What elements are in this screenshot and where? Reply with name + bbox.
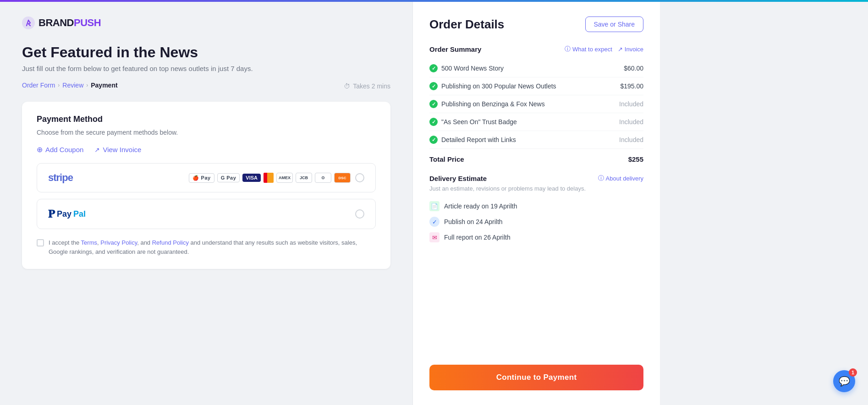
- about-delivery-link[interactable]: ⓘ About delivery: [598, 174, 643, 182]
- view-invoice-label: View Invoice: [103, 146, 141, 153]
- delivery-item-1: ✓ Publish on 24 Aprilth: [429, 214, 643, 230]
- order-summary: Order Summary ⓘ What to expect ↗ Invoice: [429, 45, 643, 172]
- total-row: Total Price $255: [429, 149, 643, 172]
- payment-method-title: Payment Method: [37, 115, 376, 124]
- logo-icon: [22, 16, 35, 29]
- google-pay-icon: G Pay: [217, 173, 240, 182]
- order-item-3: "As Seen On" Trust Badge Included: [429, 113, 643, 131]
- terms-row: I accept the Terms, Privacy Policy, and …: [37, 238, 376, 256]
- question-circle-icon: ⓘ: [565, 45, 571, 53]
- check-icon-2: [429, 100, 438, 108]
- visa-icon: VISA: [242, 174, 261, 182]
- breadcrumb-row: Order Form › Review › Payment ⏱ Takes 2 …: [22, 82, 390, 91]
- breadcrumb: Order Form › Review › Payment: [22, 82, 118, 89]
- takes-time: ⏱ Takes 2 mins: [344, 82, 390, 90]
- diners-icon: ⊙: [315, 173, 331, 183]
- breadcrumb-sep-1: ›: [58, 82, 60, 88]
- terms-text: I accept the Terms, Privacy Policy, and …: [49, 238, 376, 256]
- privacy-policy-link[interactable]: Privacy Policy: [100, 239, 137, 246]
- discover-icon: DSC: [334, 173, 351, 183]
- order-summary-title: Order Summary: [429, 45, 481, 53]
- chat-icon: 💬: [839, 376, 850, 387]
- terms-checkbox[interactable]: [37, 239, 44, 246]
- delivery-item-0: 📄 Article ready on 19 Aprilth: [429, 198, 643, 214]
- paypal-logo: 𝐏 PayPal: [48, 208, 86, 220]
- save-share-button[interactable]: Save or Share: [585, 16, 644, 32]
- delivery-subtitle: Just an estimate, revisions or problems …: [429, 185, 643, 192]
- page-title: Get Featured in the News: [22, 44, 390, 61]
- order-item-2: Publishing on Benzinga & Fox News Includ…: [429, 95, 643, 113]
- terms-link[interactable]: Terms: [81, 239, 97, 246]
- check-icon-0: [429, 64, 438, 72]
- right-panel: Order Details Save or Share Order Summar…: [412, 2, 660, 405]
- logo: BRANDPUSH: [22, 16, 390, 29]
- apple-pay-icon: 🍎 Pay: [189, 173, 214, 183]
- order-details-title: Order Details: [429, 17, 504, 32]
- refund-policy-link[interactable]: Refund Policy: [152, 239, 189, 246]
- total-price: $255: [628, 155, 643, 163]
- chat-bubble[interactable]: 💬 1: [833, 370, 855, 392]
- invoice-link[interactable]: ↗ Invoice: [618, 46, 643, 53]
- report-icon: ✉: [429, 232, 439, 242]
- delivery-section: Delivery Estimate ⓘ About delivery Just …: [429, 174, 643, 245]
- jcb-icon: JCB: [296, 173, 312, 183]
- check-icon-1: [429, 82, 438, 90]
- view-invoice-button[interactable]: ↗ View Invoice: [94, 146, 141, 153]
- payment-icons: 🍎 Pay G Pay VISA AMEX JCB ⊙ DSC: [189, 173, 351, 183]
- external-link-icon: ↗: [94, 146, 100, 153]
- delivery-title: Delivery Estimate: [429, 175, 487, 182]
- payment-card: Payment Method Choose from the secure pa…: [22, 102, 390, 269]
- logo-text: BRANDPUSH: [38, 17, 101, 29]
- add-coupon-label: Add Coupon: [45, 146, 83, 153]
- paypal-option[interactable]: 𝐏 PayPal: [37, 199, 376, 229]
- invoice-external-icon: ↗: [618, 46, 623, 53]
- check-icon-4: [429, 136, 438, 144]
- order-summary-header: Order Summary ⓘ What to expect ↗ Invoice: [429, 45, 643, 53]
- stripe-logo: stripe: [48, 172, 73, 184]
- continue-btn-container: Continue to Payment: [429, 354, 643, 390]
- order-item-4: Detailed Report with Links Included: [429, 131, 643, 149]
- delivery-header: Delivery Estimate ⓘ About delivery: [429, 174, 643, 182]
- page-subtitle: Just fill out the form below to get feat…: [22, 65, 390, 72]
- about-delivery-icon: ⓘ: [598, 174, 604, 182]
- plus-circle-icon: ⊕: [37, 145, 43, 154]
- stripe-radio[interactable]: [355, 173, 364, 182]
- breadcrumb-review[interactable]: Review: [62, 82, 83, 89]
- order-item-1: Publishing on 300 Popular News Outlets $…: [429, 77, 643, 95]
- breadcrumb-order-form[interactable]: Order Form: [22, 82, 55, 89]
- total-label: Total Price: [429, 155, 464, 163]
- order-links: ⓘ What to expect ↗ Invoice: [565, 45, 643, 53]
- breadcrumb-sep-2: ›: [86, 82, 88, 88]
- delivery-item-2: ✉ Full report on 26 Aprilth: [429, 230, 643, 245]
- article-icon: 📄: [429, 201, 439, 211]
- check-icon-3: [429, 118, 438, 126]
- chat-badge: 1: [849, 368, 857, 377]
- order-item-0: 500 Word News Story $60.00: [429, 60, 643, 77]
- amex-icon: AMEX: [276, 173, 293, 183]
- stripe-option[interactable]: stripe 🍎 Pay G Pay VISA AMEX JCB ⊙ DSC: [37, 163, 376, 192]
- clock-icon: ⏱: [344, 82, 350, 90]
- breadcrumb-payment: Payment: [91, 82, 117, 89]
- order-header: Order Details Save or Share: [429, 16, 643, 32]
- add-coupon-button[interactable]: ⊕ Add Coupon: [37, 145, 83, 154]
- publish-icon: ✓: [429, 217, 439, 227]
- left-panel: BRANDPUSH Get Featured in the News Just …: [0, 2, 412, 405]
- continue-to-payment-button[interactable]: Continue to Payment: [429, 365, 643, 390]
- takes-time-label: Takes 2 mins: [353, 82, 390, 90]
- coupon-invoice-row: ⊕ Add Coupon ↗ View Invoice: [37, 145, 376, 154]
- payment-method-subtitle: Choose from the secure payment methods b…: [37, 129, 376, 136]
- svg-point-0: [22, 16, 35, 29]
- what-to-expect-link[interactable]: ⓘ What to expect: [565, 45, 612, 53]
- paypal-radio[interactable]: [355, 209, 364, 219]
